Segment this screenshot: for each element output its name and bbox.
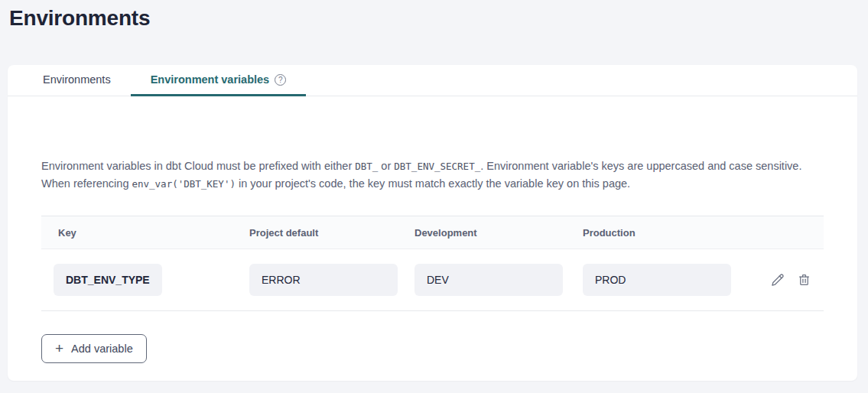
description-segment: in your project's code, the key must mat… (236, 177, 630, 190)
tab-environments-label: Environments (43, 73, 111, 86)
code-env-var-example: env_var('DBT_KEY') (132, 178, 235, 190)
project-default-value-chip: ERROR (249, 264, 398, 296)
tab-bar: Environments Environment variables ? (8, 65, 857, 96)
tab-environment-variables-label: Environment variables (151, 73, 270, 86)
plus-icon: + (55, 341, 63, 356)
env-var-key-chip: DBT_ENV_TYPE (54, 264, 162, 296)
column-header-development: Development (401, 227, 571, 239)
pencil-icon (770, 272, 785, 287)
row-actions (770, 272, 824, 287)
description-segment: or (378, 160, 394, 172)
add-variable-label: Add variable (71, 343, 133, 355)
column-header-project-default: Project default (236, 227, 401, 239)
env-variables-table: Key Project default Development Producti… (41, 216, 824, 311)
trash-icon (797, 272, 811, 287)
code-prefix-dbt: DBT_ (355, 161, 378, 172)
edit-variable-button[interactable] (770, 272, 785, 287)
code-prefix-dbt-env-secret: DBT_ENV_SECRET_ (394, 161, 480, 172)
tab-environments[interactable]: Environments (23, 65, 131, 96)
tab-environment-variables[interactable]: Environment variables ? (131, 65, 307, 96)
tab-panel-environment-variables: Environment variables in dbt Cloud must … (8, 158, 857, 363)
column-header-production: Production (571, 227, 824, 239)
help-icon[interactable]: ? (275, 74, 286, 86)
production-value-chip: PROD (583, 264, 731, 296)
description-segment: Environment variables in dbt Cloud must … (41, 160, 355, 172)
add-variable-button[interactable]: + Add variable (41, 334, 147, 363)
table-header-row: Key Project default Development Producti… (41, 216, 824, 249)
description-text: Environment variables in dbt Cloud must … (41, 158, 824, 193)
content-card: Environments Environment variables ? Env… (8, 65, 857, 381)
development-value-chip: DEV (414, 264, 563, 296)
page-title: Environments (9, 6, 150, 31)
table-row: DBT_ENV_TYPE ERROR DEV PROD (41, 249, 824, 311)
column-header-key: Key (41, 227, 236, 239)
delete-variable-button[interactable] (797, 272, 811, 287)
